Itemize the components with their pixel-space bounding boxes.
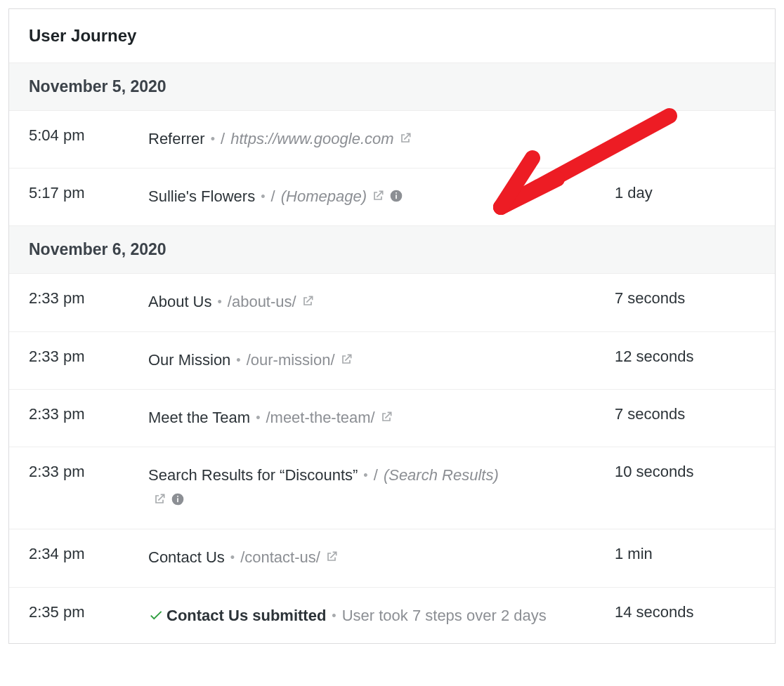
date-header: November 5, 2020: [9, 63, 775, 111]
journey-step-duration: 1 min: [615, 545, 755, 563]
journey-step-duration: 1 day: [615, 184, 755, 202]
journey-step-main: Our Mission•/our-mission/: [148, 348, 615, 374]
journey-step-duration: 12 seconds: [615, 348, 755, 366]
separator-dot: •: [332, 609, 336, 623]
journey-step-time: 2:33 pm: [29, 405, 148, 423]
path-slash: /: [374, 466, 382, 484]
external-link-icon[interactable]: [371, 185, 385, 210]
journey-step-title: Contact Us submitted: [166, 607, 326, 624]
journey-step-main: About Us•/about-us/: [148, 289, 615, 315]
path-slash: /: [221, 130, 229, 147]
journey-step-main: Search Results for “Discounts”•/ (Search…: [148, 463, 615, 513]
separator-dot: •: [236, 353, 240, 367]
external-link-icon[interactable]: [339, 349, 353, 374]
journey-step-duration: 10 seconds: [615, 463, 755, 481]
info-icon[interactable]: [171, 489, 185, 513]
external-link-icon[interactable]: [301, 291, 315, 315]
separator-dot: •: [363, 468, 367, 482]
journey-row: 2:35 pm Contact Us submitted•User took 7…: [9, 588, 775, 643]
journey-step-title: Sullie's Flowers: [148, 187, 255, 205]
journey-row: 5:17 pm Sullie's Flowers•/ (Homepage) 1 …: [9, 169, 775, 226]
external-link-icon[interactable]: [398, 128, 412, 152]
journey-body: November 5, 2020 5:04 pm Referrer•/ http…: [9, 63, 775, 643]
journey-step-time: 5:04 pm: [29, 126, 148, 145]
journey-step-path: /contact-us/: [240, 548, 320, 566]
checkmark-icon: [148, 607, 166, 624]
journey-step-time: 2:33 pm: [29, 289, 148, 308]
journey-step-path: (Homepage): [281, 187, 367, 205]
journey-step-path: https://www.google.com: [230, 130, 393, 147]
journey-step-duration: 14 seconds: [615, 603, 755, 621]
panel-header: User Journey: [9, 9, 775, 63]
separator-dot: •: [211, 132, 215, 146]
journey-step-time: 5:17 pm: [29, 184, 148, 202]
separator-dot: •: [218, 295, 222, 309]
journey-step-title: Contact Us: [148, 548, 225, 566]
path-slash: /: [270, 187, 279, 205]
journey-row: 2:33 pm Meet the Team•/meet-the-team/ 7 …: [9, 390, 775, 447]
journey-step-time: 2:33 pm: [29, 348, 148, 366]
journey-step-path: /meet-the-team/: [266, 409, 374, 426]
journey-step-main: Meet the Team•/meet-the-team/: [148, 405, 615, 431]
journey-step-main: Contact Us•/contact-us/: [148, 545, 615, 571]
external-link-icon[interactable]: [152, 489, 166, 513]
date-label: November 6, 2020: [29, 240, 166, 258]
journey-row: 5:04 pm Referrer•/ https://www.google.co…: [9, 111, 775, 169]
journey-step-duration: 7 seconds: [615, 405, 755, 423]
date-label: November 5, 2020: [29, 77, 166, 95]
journey-step-time: 2:34 pm: [29, 545, 148, 563]
journey-step-main: Sullie's Flowers•/ (Homepage): [148, 184, 615, 210]
journey-step-path: /about-us/: [228, 293, 296, 310]
journey-step-time: 2:33 pm: [29, 463, 148, 481]
journey-step-path: (Search Results): [384, 466, 499, 484]
user-journey-panel: User Journey November 5, 2020 5:04 pm Re…: [8, 8, 776, 644]
separator-dot: •: [230, 550, 235, 565]
journey-step-title: About Us: [148, 293, 212, 310]
journey-step-path: /our-mission/: [247, 351, 335, 369]
journey-step-duration: 7 seconds: [615, 289, 755, 308]
info-icon[interactable]: [389, 185, 403, 210]
separator-dot: •: [256, 411, 260, 425]
journey-step-title: Our Mission: [148, 351, 230, 369]
journey-row: 2:33 pm Search Results for “Discounts”•/…: [9, 447, 775, 529]
external-link-icon[interactable]: [379, 407, 393, 431]
journey-step-time: 2:35 pm: [29, 603, 148, 621]
journey-step-title: Referrer: [148, 130, 205, 147]
journey-row: 2:33 pm Our Mission•/our-mission/ 12 sec…: [9, 332, 775, 390]
journey-summary-text: User took 7 steps over 2 days: [342, 607, 547, 624]
journey-step-title: Meet the Team: [148, 409, 250, 426]
date-header: November 6, 2020: [9, 226, 775, 274]
journey-step-main: Referrer•/ https://www.google.com: [148, 126, 615, 152]
journey-row: 2:33 pm About Us•/about-us/ 7 seconds: [9, 274, 775, 331]
panel-title: User Journey: [29, 26, 755, 46]
journey-step-title: Search Results for “Discounts”: [148, 466, 358, 484]
journey-row: 2:34 pm Contact Us•/contact-us/ 1 min: [9, 529, 775, 587]
separator-dot: •: [261, 190, 265, 204]
external-link-icon[interactable]: [325, 546, 339, 571]
journey-step-main: Contact Us submitted•User took 7 steps o…: [148, 603, 615, 628]
